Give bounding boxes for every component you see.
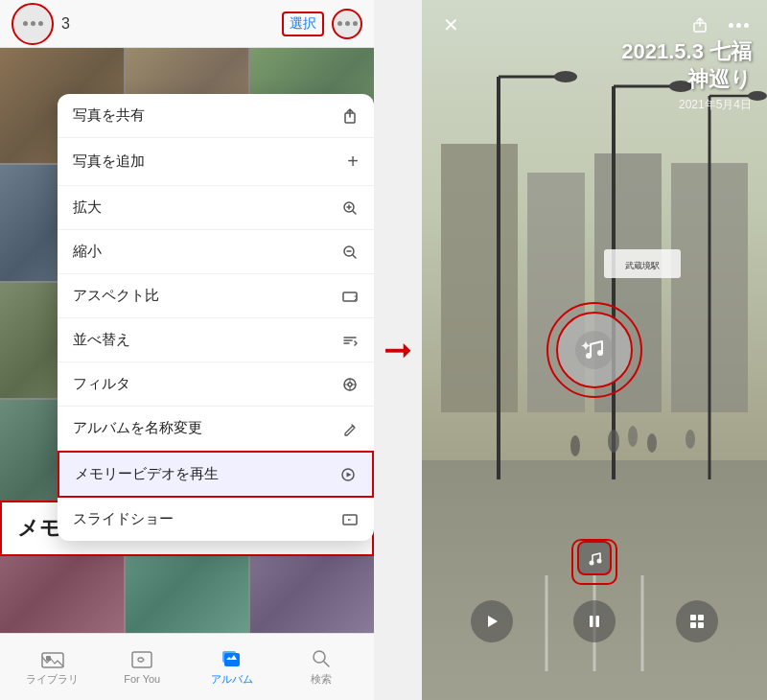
nav-label-search: 検索 xyxy=(311,672,332,687)
svg-rect-46 xyxy=(590,616,593,627)
three-dots-menu-button[interactable] xyxy=(12,3,54,45)
menu-item-sort[interactable]: 並べ替え xyxy=(58,318,374,362)
arrow-icon: ➞ xyxy=(384,330,412,370)
top-bar-left: 3 xyxy=(12,3,70,45)
nav-item-search[interactable]: 検索 xyxy=(277,648,367,687)
top-bar: 3 選択 xyxy=(0,0,374,48)
album-number: 3 xyxy=(61,15,70,33)
music-button-small[interactable] xyxy=(577,541,612,575)
memory-title-line1: 2021.5.3 七福 xyxy=(621,38,752,66)
svg-point-5 xyxy=(348,383,352,386)
svg-point-22 xyxy=(554,71,577,82)
right-panel: 武蔵境駅 ✕ xyxy=(422,0,767,700)
svg-rect-49 xyxy=(698,615,704,620)
dots-icon-right xyxy=(337,21,358,26)
svg-point-33 xyxy=(647,433,657,453)
nav-item-for-you[interactable]: For You xyxy=(98,649,188,685)
filter-icon xyxy=(341,376,359,393)
aspect-icon xyxy=(341,288,359,305)
for-you-icon xyxy=(129,649,154,670)
svg-point-43 xyxy=(590,561,594,566)
left-panel: 3 選択 xyxy=(0,0,374,700)
svg-rect-50 xyxy=(690,622,696,628)
svg-text:武蔵境駅: 武蔵境駅 xyxy=(625,261,660,270)
menu-item-zoom-out[interactable]: 縮小 xyxy=(58,230,374,274)
svg-point-32 xyxy=(628,426,638,447)
svg-rect-51 xyxy=(698,622,704,628)
slideshow-icon xyxy=(341,511,359,528)
zoom-in-icon xyxy=(341,199,359,217)
menu-item-add[interactable]: 写真を追加 + xyxy=(58,138,374,186)
menu-item-slideshow[interactable]: スライドショー xyxy=(58,498,374,541)
library-icon xyxy=(40,648,65,669)
search-icon xyxy=(309,648,334,669)
more-options-button[interactable] xyxy=(332,9,362,39)
svg-point-42 xyxy=(597,350,603,356)
dots-icon xyxy=(23,21,43,26)
sort-icon xyxy=(341,332,359,349)
svg-point-41 xyxy=(586,353,592,359)
menu-item-memory[interactable]: メモリービデオを再生 xyxy=(58,451,374,498)
svg-point-31 xyxy=(608,430,619,453)
right-top-icons xyxy=(686,12,752,38)
arrow-container: ➞ xyxy=(374,0,422,700)
title-overlay: 2021.5.3 七福 神巡り 2021年5月4日 xyxy=(621,38,752,113)
nav-label-for-you: For You xyxy=(124,673,160,685)
bottom-nav: ライブラリ For You アルバム xyxy=(0,633,374,700)
svg-rect-47 xyxy=(595,616,599,627)
menu-item-aspect[interactable]: アスペクト比 xyxy=(58,274,374,318)
dropdown-menu: 写真を共有 写真を追加 + 拡大 xyxy=(58,94,374,541)
grid-button[interactable] xyxy=(676,600,718,642)
play-button[interactable] xyxy=(471,600,513,642)
svg-marker-45 xyxy=(488,616,498,627)
share-icon xyxy=(341,107,359,125)
svg-point-34 xyxy=(570,435,580,456)
photo-grid-area: 写真を共有 写真を追加 + 拡大 xyxy=(0,48,374,633)
menu-item-share[interactable]: 写真を共有 xyxy=(58,94,374,138)
albums-icon xyxy=(220,648,244,669)
dots-icon-right-panel xyxy=(729,23,749,28)
more-options-button-right[interactable] xyxy=(725,12,752,38)
menu-item-rename[interactable]: アルバムを名称変更 xyxy=(58,407,374,451)
nav-item-albums[interactable]: アルバム xyxy=(187,648,277,687)
add-icon: + xyxy=(347,151,359,173)
rename-icon xyxy=(341,420,359,437)
right-bottom-controls xyxy=(422,600,767,642)
svg-point-35 xyxy=(686,430,695,449)
close-button[interactable]: ✕ xyxy=(437,12,464,38)
nav-label-albums: アルバム xyxy=(211,672,253,687)
menu-item-zoom-in[interactable]: 拡大 xyxy=(58,186,374,230)
svg-rect-16 xyxy=(441,144,518,412)
memory-play-icon xyxy=(339,466,357,483)
select-button[interactable]: 選択 xyxy=(282,12,324,36)
pause-button[interactable] xyxy=(573,600,616,642)
nav-label-library: ライブラリ xyxy=(26,672,79,687)
svg-point-13 xyxy=(314,651,325,663)
share-button-right[interactable] xyxy=(686,12,713,38)
svg-rect-10 xyxy=(132,652,151,667)
svg-point-44 xyxy=(597,559,602,564)
zoom-out-icon xyxy=(341,244,359,261)
top-bar-right: 選択 xyxy=(282,9,362,39)
menu-item-filter[interactable]: フィルタ xyxy=(58,362,374,407)
svg-rect-48 xyxy=(690,615,696,620)
svg-point-40 xyxy=(575,331,614,369)
music-button-large[interactable] xyxy=(556,312,633,388)
nav-item-library[interactable]: ライブラリ xyxy=(8,648,98,687)
memory-title-line2: 神巡り xyxy=(621,66,752,94)
memory-date: 2021年5月4日 xyxy=(621,97,752,113)
